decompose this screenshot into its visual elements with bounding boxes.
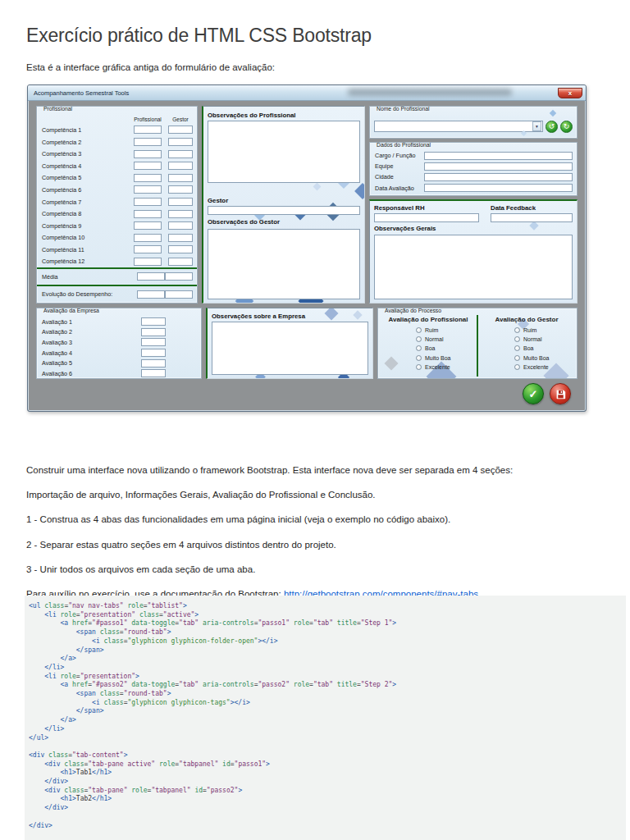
instruction-paragraph: 3 - Unir todos os arquivos em cada seção… — [26, 564, 609, 575]
gestor-score-input[interactable] — [168, 138, 193, 146]
code-line: </a> — [29, 716, 623, 725]
radio-icon[interactable] — [514, 355, 520, 361]
radio-label: Muito Boa — [523, 355, 550, 361]
profissional-score-input[interactable] — [134, 185, 162, 194]
window-titlebar[interactable]: Acompanhamento Semestral Tools x — [28, 85, 586, 101]
obs-empresa-textarea[interactable] — [212, 322, 368, 375]
instruction-paragraph: Importação de arquivo, Informações Gerai… — [26, 490, 609, 500]
radio-option[interactable]: Boa — [478, 344, 575, 353]
profissional-score-input[interactable] — [134, 245, 162, 253]
prev-arrow-button[interactable]: ↺ — [546, 121, 558, 133]
nome-combobox[interactable]: ▾ — [374, 121, 543, 132]
profissional-score-input[interactable] — [134, 162, 162, 170]
gestor-score-input[interactable] — [168, 210, 193, 218]
radio-icon[interactable] — [514, 336, 520, 342]
gestor-input[interactable] — [208, 206, 360, 215]
save-button[interactable] — [550, 383, 571, 404]
responsavel-rh-input[interactable] — [374, 213, 479, 222]
gestor-score-input[interactable] — [168, 245, 193, 253]
radio-icon[interactable] — [416, 364, 422, 370]
obs-gestor-textarea[interactable] — [208, 229, 360, 299]
gestor-score-input[interactable] — [168, 174, 193, 182]
dados-rows: Cargo / FunçãoEquipeCidadeData Avaliação — [375, 150, 573, 194]
dados-field-input[interactable] — [424, 184, 573, 192]
avaliacao-input[interactable] — [141, 369, 166, 377]
avaliacao-row: Avaliação 6 — [42, 368, 197, 379]
radio-option[interactable]: Muito Boa — [478, 354, 575, 363]
gestor-score-input[interactable] — [168, 185, 193, 194]
radio-icon[interactable] — [514, 364, 520, 370]
profissional-groupbox: Profissional Profissional Gestor Competê… — [36, 106, 198, 304]
radio-option[interactable]: Excelente — [380, 363, 477, 372]
avaliacao-row: Avaliação 5 — [42, 358, 197, 368]
radio-option[interactable]: Muito Boa — [380, 354, 477, 363]
radio-icon[interactable] — [416, 345, 422, 351]
competencia-label: Competência 2 — [42, 139, 134, 146]
dados-field-input[interactable] — [424, 152, 573, 160]
dados-field-label: Equipe — [375, 162, 424, 170]
avaliacao-row: Avaliação 4 — [42, 348, 197, 358]
radio-icon[interactable] — [514, 327, 520, 333]
competencia-row: Competência 2 — [42, 136, 193, 148]
dados-group-legend: Dados do Profissional — [375, 142, 432, 148]
close-button[interactable]: x — [558, 88, 582, 98]
radio-icon[interactable] — [416, 355, 422, 361]
competencia-row: Competência 7 — [42, 196, 193, 208]
radio-option[interactable]: Boa — [380, 344, 477, 353]
gestor-score-input[interactable] — [168, 150, 193, 158]
avaliacao-input[interactable] — [141, 359, 166, 368]
chevron-down-icon[interactable]: ▾ — [532, 121, 541, 131]
profissional-score-input[interactable] — [134, 174, 162, 182]
confirm-button[interactable]: ✓ — [523, 383, 544, 404]
avaliacao-input[interactable] — [141, 328, 166, 336]
gestor-score-input[interactable] — [168, 234, 193, 242]
radio-option[interactable]: Excelente — [478, 363, 575, 372]
gestor-score-input[interactable] — [168, 198, 193, 206]
media-profissional-input[interactable] — [137, 272, 165, 281]
competencia-label: Competência 4 — [42, 162, 134, 170]
avaliacao-label: Avaliação 1 — [42, 318, 141, 326]
radio-icon[interactable] — [416, 327, 422, 333]
gestor-score-input[interactable] — [168, 126, 193, 134]
dados-groupbox: Dados do Profissional Cargo / FunçãoEqui… — [369, 142, 578, 196]
radio-option[interactable]: Normal — [478, 335, 575, 344]
avaliacao-input[interactable] — [141, 349, 166, 357]
competencia-row: Competência 10 — [42, 231, 193, 244]
profissional-score-input[interactable] — [134, 126, 162, 134]
media-gestor-input[interactable] — [165, 272, 193, 281]
evolucao-gestor-input[interactable] — [165, 290, 193, 299]
radio-option[interactable]: Ruim — [380, 326, 477, 335]
nome-groupbox: Nome do Profissional ▾ ↺ ↻ — [369, 106, 578, 139]
gestor-score-input[interactable] — [168, 221, 193, 230]
next-arrow-button[interactable]: ↻ — [560, 121, 573, 133]
radio-option[interactable]: Ruim — [478, 326, 575, 335]
avaliacao-input[interactable] — [141, 338, 166, 346]
avaliacao-input[interactable] — [141, 317, 166, 326]
radio-option[interactable]: Normal — [380, 335, 477, 344]
competencia-label: Competência 11 — [42, 246, 134, 253]
data-feedback-input[interactable] — [491, 213, 573, 222]
right-column: Nome do Profissional ▾ ↺ ↻ Dados do Prof… — [369, 106, 578, 304]
profissional-score-input[interactable] — [134, 210, 162, 218]
dados-field-input[interactable] — [424, 162, 573, 171]
gestor-score-input[interactable] — [168, 162, 193, 170]
radio-icon[interactable] — [514, 345, 520, 351]
obs-profissional-textarea[interactable] — [208, 121, 360, 183]
code-line: <span class="round-tab"> — [29, 628, 623, 637]
dados-field-input[interactable] — [424, 173, 573, 181]
dados-field-label: Data Avaliação — [375, 185, 424, 192]
profissional-score-input[interactable] — [134, 198, 162, 206]
evolucao-profissional-input[interactable] — [137, 290, 165, 299]
processo-column-title: Avaliação do Profissional — [380, 316, 477, 323]
gestor-score-input[interactable] — [168, 258, 193, 266]
profissional-score-input[interactable] — [134, 221, 162, 230]
radio-icon[interactable] — [416, 336, 422, 342]
obs-gerais-textarea[interactable] — [374, 235, 573, 299]
profissional-score-input[interactable] — [134, 138, 162, 146]
profissional-score-input[interactable] — [134, 258, 162, 266]
profissional-score-input[interactable] — [134, 234, 162, 242]
competencia-label: Competência 9 — [42, 222, 134, 230]
profissional-score-input[interactable] — [134, 150, 162, 158]
processo-group-legend: Avaliação do Processo — [383, 308, 443, 314]
competencia-row: Competência 11 — [42, 244, 193, 256]
